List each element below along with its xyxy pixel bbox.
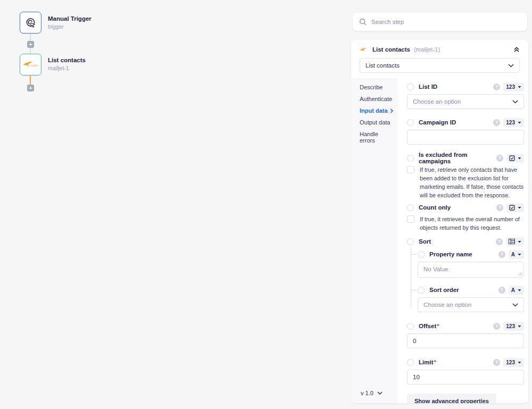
chevron-down-icon [512, 100, 518, 104]
node-subtitle: mailjet-1 [48, 65, 86, 71]
node-title: List contacts [48, 57, 86, 63]
chevron-down-icon [508, 64, 514, 68]
node-title: Manual Trigger [48, 15, 92, 22]
type-selector-boolean[interactable] [506, 203, 524, 212]
required-mark: * [437, 323, 439, 329]
type-label: A [511, 287, 515, 293]
field-label: List ID [419, 84, 437, 90]
type-label: 123 [506, 323, 515, 329]
help-icon[interactable]: ? [498, 287, 505, 294]
resize-handle[interactable] [518, 272, 522, 276]
node-list-contacts[interactable]: mailjet [20, 54, 41, 76]
field-list-id: List ID ? 123 Choose an option [407, 82, 524, 109]
type-label: A [511, 252, 515, 257]
type-selector-number[interactable]: 123 [503, 82, 524, 91]
tab-label: Output data [360, 119, 390, 126]
panel-header: List contacts (mailjet-1) [351, 40, 528, 57]
tab-label: Describe [360, 84, 383, 90]
caret-down-icon [518, 86, 521, 88]
version-label: v 1.0 [361, 390, 373, 396]
count-only-checkbox[interactable] [407, 215, 414, 223]
node-manual-trigger[interactable] [20, 12, 41, 34]
type-selector-string[interactable]: A [509, 250, 524, 259]
field-radio[interactable] [407, 323, 414, 330]
required-mark: * [434, 359, 436, 365]
field-limit: Limit* ? 123 [407, 358, 524, 385]
type-label: 123 [506, 84, 515, 90]
field-label: Campaign ID [419, 119, 456, 126]
add-step-button[interactable]: + [27, 85, 34, 91]
step-search-bar[interactable]: Search step [353, 13, 527, 31]
tab-label: Handle errors [360, 131, 393, 144]
type-selector-number[interactable]: 123 [503, 322, 524, 331]
field-label: Offset [419, 323, 436, 329]
field-radio[interactable] [407, 238, 414, 245]
panel-body: Describe Authenticate Input data Output … [351, 78, 528, 403]
caret-down-icon [518, 289, 521, 291]
help-icon[interactable]: ? [498, 251, 505, 258]
list-id-select[interactable]: Choose an option [407, 94, 524, 109]
field-radio[interactable] [418, 251, 425, 258]
tab-input-data[interactable]: Input data [351, 105, 398, 116]
field-sort-order: Sort order ? A Choose an option [418, 286, 524, 312]
chevron-down-icon [377, 391, 383, 395]
field-label: Sort order [429, 287, 459, 293]
field-radio[interactable] [407, 119, 414, 126]
offset-input[interactable] [407, 333, 524, 348]
field-radio[interactable] [407, 84, 414, 90]
help-icon[interactable]: ? [493, 84, 500, 90]
field-radio[interactable] [418, 287, 425, 294]
sort-order-select[interactable]: Choose an option [418, 297, 524, 312]
caret-down-icon [518, 240, 521, 243]
field-radio[interactable] [407, 155, 414, 162]
tab-authenticate[interactable]: Authenticate [351, 93, 398, 105]
help-icon[interactable]: ? [493, 119, 500, 126]
version-select[interactable]: v 1.0 [351, 385, 398, 403]
textarea-placeholder: No Value [423, 266, 448, 272]
field-is-excluded: Is excluded from campaigns ? If true, re… [407, 154, 524, 199]
connector-line [30, 34, 31, 41]
field-radio[interactable] [407, 204, 414, 211]
field-sort: Sort ? Property name ? [407, 237, 524, 312]
panel-subnav: Describe Authenticate Input data Output … [351, 78, 398, 403]
chevron-right-icon [390, 108, 393, 113]
operation-select[interactable]: List contacts [360, 58, 520, 73]
step-config-panel: List contacts (mailjet-1) List contacts … [351, 40, 528, 403]
help-icon[interactable]: ? [496, 155, 503, 162]
field-radio[interactable] [407, 359, 414, 366]
type-label: 123 [506, 360, 515, 365]
help-icon[interactable]: ? [496, 238, 503, 245]
add-step-button[interactable]: + [27, 41, 34, 48]
tab-output-data[interactable]: Output data [351, 116, 398, 128]
select-placeholder: Choose an option [413, 98, 461, 105]
type-selector-object[interactable] [506, 237, 524, 246]
type-selector-string[interactable]: A [509, 286, 524, 295]
show-advanced-properties-button[interactable]: Show advanced properties [407, 394, 496, 403]
property-name-textarea[interactable]: No Value [418, 262, 524, 278]
field-label: Count only [419, 204, 451, 211]
caret-down-icon [518, 361, 521, 364]
caret-down-icon [518, 121, 521, 124]
help-icon[interactable]: ? [493, 359, 500, 366]
manual-trigger-icon [24, 16, 37, 29]
panel-title: List contacts [372, 46, 410, 53]
chevron-down-icon [512, 303, 518, 307]
is-excluded-checkbox[interactable] [407, 166, 414, 173]
type-selector-number[interactable]: 123 [503, 118, 524, 127]
tab-describe[interactable]: Describe [351, 81, 398, 93]
limit-input[interactable] [407, 370, 524, 385]
type-selector-boolean[interactable] [506, 154, 524, 163]
tab-handle-errors[interactable]: Handle errors [351, 128, 398, 146]
field-label: Property name [429, 251, 472, 257]
operation-select-value: List contacts [365, 62, 400, 69]
type-selector-number[interactable]: 123 [503, 358, 524, 367]
search-input[interactable]: Search step [371, 19, 404, 25]
campaign-id-input[interactable] [407, 130, 524, 145]
select-placeholder: Choose an option [423, 302, 471, 308]
collapse-panel-button[interactable] [513, 46, 520, 53]
field-description: If true, retrieve only contacts that hav… [420, 165, 524, 199]
type-label: 123 [506, 120, 515, 126]
help-icon[interactable]: ? [493, 323, 500, 330]
help-icon[interactable]: ? [496, 204, 503, 211]
caret-down-icon [518, 325, 521, 328]
